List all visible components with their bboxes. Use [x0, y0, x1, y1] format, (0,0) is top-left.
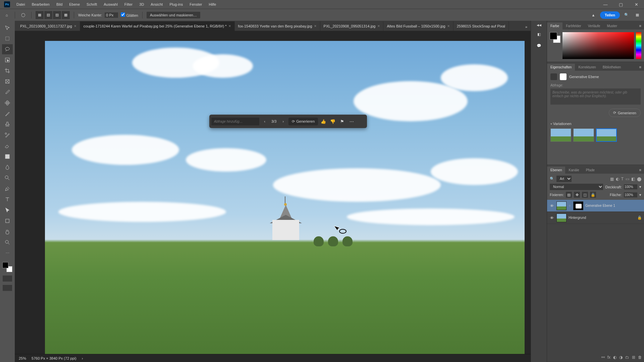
- share-button[interactable]: Teilen: [600, 11, 620, 19]
- tab-pfade[interactable]: Pfade: [583, 167, 598, 174]
- doc-tab-2[interactable]: fox-1540833 Yvette van den Berg pixabay.…: [235, 21, 320, 31]
- filter-adjust-icon[interactable]: ◐: [616, 177, 619, 181]
- doc-tab-1[interactable]: couple-1718244 Karen Warfel auf Pixabay.…: [80, 21, 235, 31]
- lock-all-icon[interactable]: 🔒: [590, 192, 596, 198]
- menu-datei[interactable]: Datei: [13, 1, 28, 8]
- gradient-tool[interactable]: [2, 152, 13, 162]
- new-adjustment-icon[interactable]: ◑: [619, 355, 623, 360]
- visibility-toggle[interactable]: 👁: [549, 215, 554, 221]
- thumbs-up-icon[interactable]: 👍: [319, 117, 327, 125]
- variations-header[interactable]: ▾ Variationen: [550, 117, 641, 126]
- layer-thumb[interactable]: [556, 214, 567, 222]
- layer-name[interactable]: Generative Ebene 1: [585, 204, 615, 207]
- genfill-prompt-input[interactable]: [211, 118, 259, 125]
- lock-icon[interactable]: 🔒: [637, 216, 642, 220]
- prev-variation-button[interactable]: ‹: [261, 117, 269, 125]
- tab-farbe[interactable]: Farbe: [547, 22, 562, 29]
- brush-tool[interactable]: [2, 109, 13, 119]
- add-mask-icon[interactable]: ◐: [613, 355, 616, 360]
- lock-position-icon[interactable]: ✥: [574, 192, 580, 198]
- menu-plugins[interactable]: Plug-ins: [166, 1, 186, 8]
- frame-tool[interactable]: [2, 76, 13, 86]
- hand-tool[interactable]: [2, 227, 13, 237]
- variation-thumb-1[interactable]: [550, 128, 571, 142]
- eraser-tool[interactable]: [2, 141, 13, 151]
- link-layers-icon[interactable]: ⚯: [601, 355, 605, 360]
- layer-mask-thumb[interactable]: [573, 201, 583, 210]
- blend-mode-select[interactable]: Normal: [550, 184, 603, 190]
- filter-shape-icon[interactable]: ▭: [626, 177, 629, 181]
- layer-row[interactable]: 👁 ⁘ Generative Ebene 1: [547, 200, 644, 212]
- tab-eigenschaften[interactable]: Eigenschaften: [547, 64, 575, 71]
- layer-filter-kind[interactable]: Art: [556, 176, 572, 182]
- more-icon[interactable]: ⋯: [347, 117, 356, 125]
- color-fg-bg[interactable]: [550, 32, 560, 43]
- panel-menu-icon[interactable]: ≡: [637, 63, 644, 71]
- screenmode-toggle[interactable]: [3, 285, 12, 291]
- panel-menu-icon[interactable]: ≡: [637, 166, 644, 174]
- fill-input[interactable]: [624, 192, 637, 197]
- move-tool[interactable]: [2, 23, 13, 33]
- props-generate-button[interactable]: ⟳Generieren: [609, 109, 641, 117]
- menu-bild[interactable]: Bild: [53, 1, 65, 8]
- window-minimize[interactable]: —: [598, 0, 613, 9]
- selection-subtract[interactable]: ▨: [53, 11, 61, 19]
- crop-tool[interactable]: [2, 66, 13, 76]
- tab-farbfelder[interactable]: Farbfelder: [562, 22, 585, 29]
- color-field[interactable]: [562, 32, 634, 59]
- next-variation-button[interactable]: ›: [279, 117, 287, 125]
- lock-pixels-icon[interactable]: ▨: [566, 192, 572, 198]
- new-group-icon[interactable]: 🗀: [625, 355, 629, 360]
- stamp-tool[interactable]: [2, 119, 13, 129]
- layer-thumb[interactable]: [556, 201, 567, 210]
- opacity-input[interactable]: [624, 184, 637, 189]
- panel-menu-icon[interactable]: ≡: [637, 22, 644, 29]
- tab-ebenen[interactable]: Ebenen: [547, 167, 565, 174]
- generate-button[interactable]: ⟳Generieren: [288, 118, 318, 125]
- selection-intersect[interactable]: ▩: [62, 11, 70, 19]
- layer-name[interactable]: Hintergrund: [569, 216, 586, 220]
- zoom-level[interactable]: 25%: [19, 356, 26, 360]
- visibility-toggle[interactable]: 👁: [549, 203, 554, 208]
- canvas-area[interactable]: ‹ 3/3 › ⟳Generieren 👍 👎 ⚑ ⋯: [15, 31, 531, 354]
- menu-auswahl[interactable]: Auswahl: [101, 1, 121, 8]
- close-icon[interactable]: ×: [314, 24, 317, 28]
- filter-pixel-icon[interactable]: ▦: [610, 177, 614, 181]
- close-icon[interactable]: ×: [377, 24, 380, 28]
- filter-smart-icon[interactable]: ◧: [631, 177, 635, 181]
- home-icon[interactable]: ⌂: [3, 11, 11, 19]
- prompt-textarea[interactable]: [550, 88, 641, 105]
- tab-overflow-icon[interactable]: »: [522, 23, 531, 31]
- tab-korrekturen[interactable]: Korrekturen: [575, 64, 599, 71]
- flag-icon[interactable]: ⚑: [338, 117, 346, 125]
- tab-kanaele[interactable]: Kanäle: [565, 167, 582, 174]
- history-panel-icon[interactable]: ◧: [535, 30, 543, 38]
- menu-ebene[interactable]: Ebene: [66, 1, 83, 8]
- lasso-tool[interactable]: [2, 44, 13, 54]
- window-maximize[interactable]: ▢: [613, 0, 629, 9]
- color-swatches[interactable]: [2, 262, 12, 272]
- marquee-tool[interactable]: [2, 34, 13, 44]
- object-select-tool[interactable]: [2, 55, 13, 65]
- variation-thumb-2[interactable]: [573, 128, 594, 142]
- selection-new[interactable]: ▦: [36, 11, 44, 19]
- healing-tool[interactable]: [2, 98, 13, 108]
- zoom-tool[interactable]: [2, 237, 13, 247]
- filter-type-icon[interactable]: T: [621, 177, 624, 181]
- new-layer-icon[interactable]: ⊞: [632, 355, 635, 360]
- doc-tab-3[interactable]: PXL_20210908_095051314.jpg×: [320, 21, 384, 31]
- tab-muster[interactable]: Muster: [603, 22, 621, 29]
- tab-bibliotheken[interactable]: Bibliotheken: [599, 64, 624, 71]
- lasso-preset-icon[interactable]: ◯: [19, 11, 27, 19]
- doc-tab-4[interactable]: Altes Bild Fussball – 1050x1500.jpg×: [383, 21, 453, 31]
- doc-tab-0[interactable]: PXL_20210809_100117327.jpg×: [17, 21, 80, 31]
- document-canvas[interactable]: [45, 41, 525, 354]
- lock-artboard-icon[interactable]: ◫: [582, 192, 588, 198]
- feather-input[interactable]: [105, 12, 118, 18]
- delete-layer-icon[interactable]: 🗑: [638, 355, 642, 360]
- menu-filter[interactable]: Filter: [121, 1, 136, 8]
- path-select-tool[interactable]: [2, 205, 13, 215]
- menu-hilfe[interactable]: Hilfe: [206, 1, 219, 8]
- menu-fenster[interactable]: Fenster: [186, 1, 205, 8]
- dodge-tool[interactable]: [2, 173, 13, 183]
